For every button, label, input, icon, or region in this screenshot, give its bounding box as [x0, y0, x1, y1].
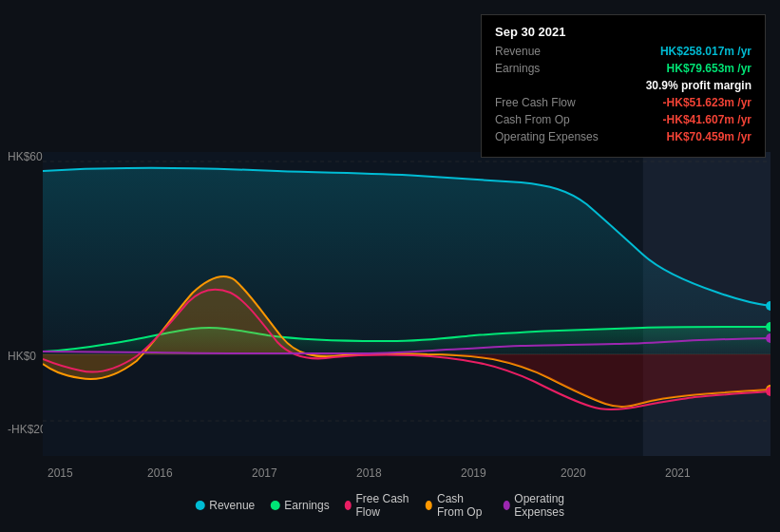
- x-label-2017: 2017: [252, 466, 277, 480]
- tooltip-earnings: Earnings HK$79.653m /yr: [495, 62, 751, 75]
- legend-cashfromop: Cash From Op: [426, 492, 487, 519]
- tooltip-cashfromop: Cash From Op -HK$41.607m /yr: [495, 113, 751, 126]
- legend-opex: Operating Expenses: [503, 492, 584, 519]
- legend-fcf: Free Cash Flow: [345, 492, 411, 519]
- x-label-2020: 2020: [561, 466, 586, 480]
- x-label-2015: 2015: [48, 466, 73, 480]
- legend-dot-earnings: [270, 501, 279, 510]
- chart-container: Sep 30 2021 Revenue HK$258.017m /yr Earn…: [0, 0, 780, 532]
- legend-dot-revenue: [195, 501, 204, 510]
- x-label-2016: 2016: [147, 466, 173, 480]
- legend-dot-opex: [503, 501, 509, 510]
- x-label-2018: 2018: [356, 466, 382, 480]
- legend-dot-cashfromop: [426, 501, 432, 510]
- legend-revenue: Revenue: [195, 499, 255, 512]
- legend-dot-fcf: [345, 501, 352, 510]
- main-chart: [43, 152, 770, 456]
- x-label-2019: 2019: [461, 466, 486, 480]
- y-label-0: HK$0: [8, 350, 36, 363]
- legend: Revenue Earnings Free Cash Flow Cash Fro…: [195, 492, 585, 519]
- legend-earnings: Earnings: [270, 499, 329, 512]
- tooltip-opex: Operating Expenses HK$70.459m /yr: [495, 130, 751, 143]
- tooltip-margin: 30.9% profit margin: [495, 79, 751, 92]
- tooltip-date: Sep 30 2021: [495, 25, 751, 39]
- tooltip-box: Sep 30 2021 Revenue HK$258.017m /yr Earn…: [481, 14, 766, 158]
- tooltip-fcf: Free Cash Flow -HK$51.623m /yr: [495, 96, 751, 109]
- tooltip-revenue: Revenue HK$258.017m /yr: [495, 45, 751, 58]
- x-label-2021: 2021: [665, 466, 691, 480]
